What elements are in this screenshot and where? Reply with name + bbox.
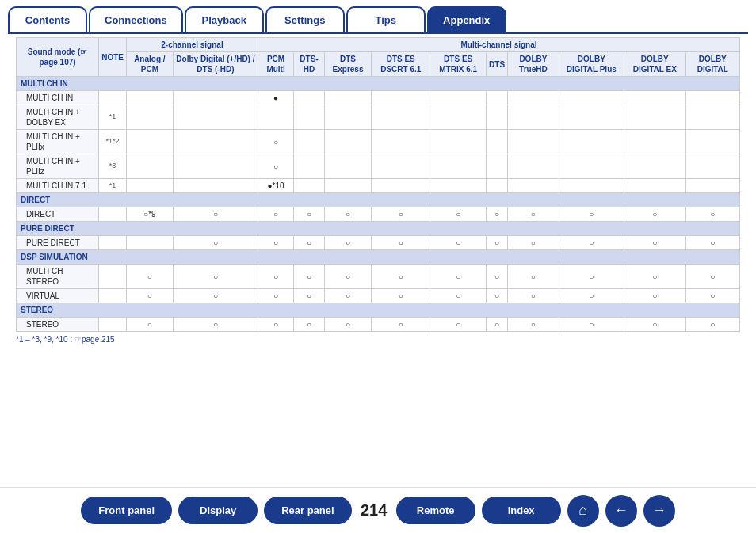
tab-contents[interactable]: Contents: [8, 6, 87, 32]
cell-dts_mtrix: [430, 91, 487, 105]
cell-dolby: [173, 91, 258, 105]
cell-dd_ex: [624, 179, 685, 193]
cell-dd_plus: ○: [559, 318, 624, 332]
cell-dts_dscrt: [372, 179, 430, 193]
back-button[interactable]: ←: [605, 495, 637, 527]
cell-dolby: ○: [173, 265, 258, 289]
cell-truehd: [508, 179, 559, 193]
cell-dts_dscrt: [372, 91, 430, 105]
cell-dd: ○: [685, 207, 739, 222]
cell-dts_exp: ○: [324, 289, 371, 303]
cell-dts_hd: ○: [294, 265, 325, 289]
tab-appendix[interactable]: Appendix: [427, 6, 506, 32]
tab-connections[interactable]: Connections: [89, 6, 183, 32]
cell-note: *1*2: [99, 130, 127, 154]
cell-dts_mtrix: ○: [430, 318, 487, 332]
dts-es-dscrt-header: DTS ES DSCRT 6.1: [372, 52, 430, 77]
cell-dd: ○: [685, 289, 739, 303]
main-content: Sound mode (☞page 107) NOTE 2-channel si…: [8, 32, 748, 332]
cell-pcm: ●: [258, 91, 294, 105]
cell-pcm: ○: [258, 289, 294, 303]
cell-note: *1: [99, 105, 127, 130]
cell-analog: ○*9: [126, 207, 173, 222]
cell-dts_mtrix: [430, 105, 487, 130]
cell-truehd: ○: [508, 289, 559, 303]
cell-dd_ex: [624, 154, 685, 179]
cell-dd_plus: [559, 105, 624, 130]
cell-dts_exp: ○: [324, 207, 371, 222]
cell-dd: [685, 179, 739, 193]
note-header: NOTE: [99, 38, 127, 77]
cell-note: *1: [99, 179, 127, 193]
cell-dts_hd: ○: [294, 207, 325, 222]
cell-dts: ○: [487, 265, 508, 289]
cell-dd: [685, 130, 739, 154]
compatibility-table: Sound mode (☞page 107) NOTE 2-channel si…: [16, 37, 740, 332]
cell-dd_plus: [559, 179, 624, 193]
tab-playback[interactable]: Playback: [185, 6, 264, 32]
cell-dts_dscrt: [372, 154, 430, 179]
cell-dts_mtrix: ○: [430, 236, 487, 250]
analog-pcm-header: Analog / PCM: [126, 52, 173, 77]
cell-dts_hd: ○: [294, 236, 325, 250]
dolby-digital-main-header: DOLBY DIGITAL: [685, 52, 739, 77]
cell-dolby: ○: [173, 236, 258, 250]
cell-dts: [487, 154, 508, 179]
cell-label: STEREO: [17, 318, 99, 332]
cell-truehd: ○: [508, 236, 559, 250]
tab-tips[interactable]: Tips: [346, 6, 426, 32]
home-button[interactable]: ⌂: [567, 495, 599, 527]
cell-truehd: ○: [508, 207, 559, 222]
cell-dts: [487, 179, 508, 193]
cell-dd: ○: [685, 318, 739, 332]
cell-note: [99, 265, 127, 289]
cell-truehd: ○: [508, 265, 559, 289]
cell-dts_exp: [324, 179, 371, 193]
cell-analog: [126, 179, 173, 193]
display-button[interactable]: Display: [178, 497, 258, 524]
remote-button[interactable]: Remote: [396, 497, 475, 524]
index-button[interactable]: Index: [482, 497, 561, 524]
cell-analog: [126, 105, 173, 130]
cell-dts_dscrt: [372, 105, 430, 130]
sound-mode-header: Sound mode (☞page 107): [17, 38, 99, 77]
cell-note: [99, 289, 127, 303]
table-row: DIRECT○*9○○○○○○○○○○○: [17, 207, 740, 222]
cell-dolby: [173, 130, 258, 154]
front-panel-button[interactable]: Front panel: [81, 497, 172, 524]
table-row: VIRTUAL○○○○○○○○○○○○: [17, 289, 740, 303]
rear-panel-button[interactable]: Rear panel: [264, 497, 351, 524]
cell-dd: ○: [685, 265, 739, 289]
section-header: PURE DIRECT: [17, 222, 740, 236]
cell-truehd: ○: [508, 318, 559, 332]
dolby-truehd-header: DOLBY TrueHD: [508, 52, 559, 77]
section-header: STEREO: [17, 303, 740, 318]
cell-dts_dscrt: ○: [372, 236, 430, 250]
cell-dts_dscrt: [372, 130, 430, 154]
footnote: *1 – *3, *9, *10 : ☞page 215: [8, 332, 748, 347]
cell-dts: ○: [487, 236, 508, 250]
cell-dd_plus: ○: [559, 265, 624, 289]
cell-note: [99, 236, 127, 250]
cell-dd: [685, 105, 739, 130]
cell-pcm: ○: [258, 207, 294, 222]
cell-dts_mtrix: ○: [430, 289, 487, 303]
cell-dolby: [173, 105, 258, 130]
cell-analog: ○: [126, 289, 173, 303]
section-header: DSP SIMULATION: [17, 250, 740, 265]
cell-dd_plus: ○: [559, 289, 624, 303]
cell-pcm: ○: [258, 130, 294, 154]
table-row: MULTI CH IN + PLIIx*1*2○: [17, 130, 740, 154]
dts-hd-header: DTS-HD: [294, 52, 325, 77]
cell-dts: [487, 91, 508, 105]
dolby-digital-plus-header: DOLBY DIGITAL Plus: [559, 52, 624, 77]
cell-analog: [126, 236, 173, 250]
cell-pcm: [258, 105, 294, 130]
dolby-digital-header: Dolby Digital (+/HD) / DTS (-HD): [173, 52, 258, 77]
cell-truehd: [508, 91, 559, 105]
cell-label: MULTI CH IN + PLIIz: [17, 154, 99, 179]
tab-settings[interactable]: Settings: [265, 6, 345, 32]
forward-button[interactable]: →: [643, 495, 675, 527]
cell-truehd: [508, 154, 559, 179]
cell-note: [99, 91, 127, 105]
